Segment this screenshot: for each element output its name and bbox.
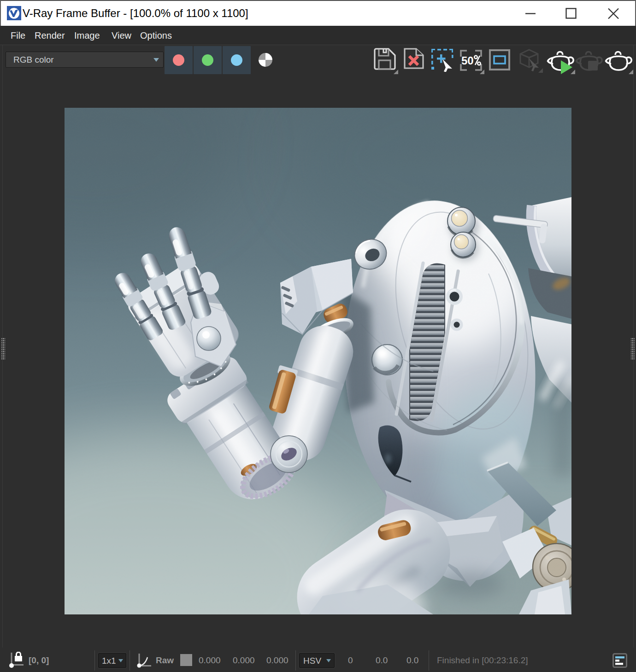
svg-text:50: 50 (461, 54, 474, 67)
